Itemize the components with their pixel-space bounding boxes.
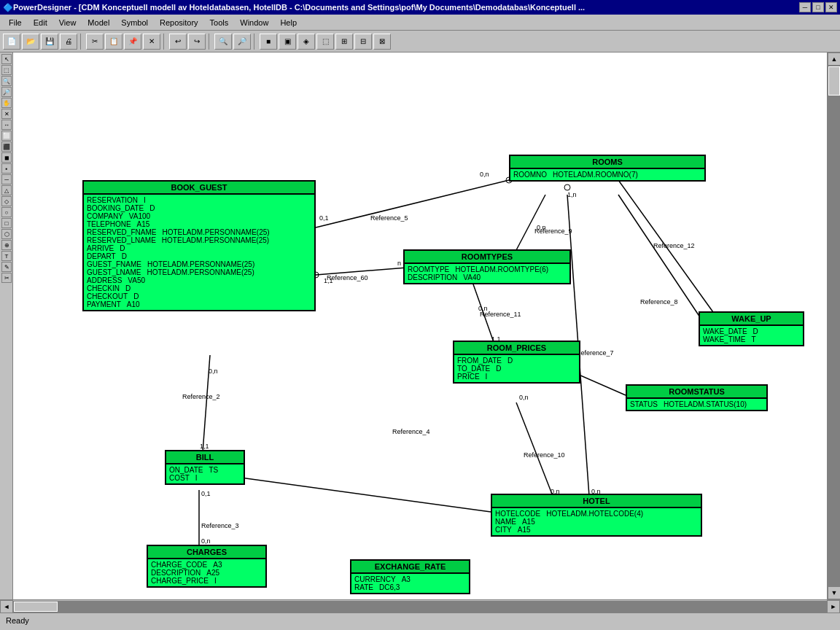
scroll-right-button[interactable]: ► [827, 600, 840, 613]
entity-exchange-rate[interactable]: EXCHANGE_RATE CURRENCYA3 RATEDC6,3 [350, 559, 470, 594]
entity-charges[interactable]: CHARGES CHARGE_CODEA3 DESCRIPTIONA25 CHA… [147, 545, 267, 588]
entity-book-guest[interactable]: BOOK_GUEST RESERVATIONI BOOKING_DATED CO… [82, 180, 316, 311]
maximize-button[interactable]: □ [812, 2, 824, 12]
btn10[interactable]: ⊟ [354, 34, 372, 50]
minimize-button[interactable]: ─ [799, 2, 811, 12]
svg-line-28 [516, 402, 553, 496]
entity-hotel-body: HOTELCODEHOTELADM.HOTELCODE(4) NAMEA15 C… [492, 508, 701, 535]
menu-window[interactable]: Window [234, 17, 274, 28]
title-bar: 🔷 PowerDesigner - [CDM Konceptuell model… [0, 0, 840, 15]
attr-city: CITYA15 [495, 526, 698, 534]
tool-4[interactable]: ✋ [1, 98, 12, 108]
entity-room-prices[interactable]: ROOM_PRICES FROM_DATED TO_DATED PRICEI [453, 341, 580, 384]
print-btn[interactable]: 🖨 [60, 34, 77, 50]
cut-btn[interactable]: ✂ [86, 34, 104, 50]
hscroll-track[interactable] [13, 601, 827, 612]
scroll-up-button[interactable]: ▲ [828, 52, 840, 66]
tool-5[interactable]: ✕ [1, 109, 12, 119]
horizontal-scrollbar[interactable]: ◄ ► [0, 599, 840, 612]
btn11[interactable]: ⊠ [373, 34, 391, 50]
scroll-track[interactable] [828, 66, 840, 586]
tool-16[interactable]: ⬡ [1, 229, 12, 239]
left-panel: ↖ ⬚ 🔍 🔎 ✋ ✕ ↔ ⬜ ⬛ ◼ ▪ ─ △ ◇ ○ □ ⬡ ⊕ T ✎ … [0, 52, 13, 599]
entity-room-prices-body: FROM_DATED TO_DATED PRICEI [454, 355, 579, 382]
menu-help[interactable]: Help [274, 17, 303, 28]
tool-17[interactable]: ⊕ [1, 240, 12, 250]
tool-3[interactable]: 🔎 [1, 87, 12, 97]
svg-point-40 [564, 184, 570, 190]
save-btn[interactable]: 💾 [41, 34, 58, 50]
tool-11[interactable]: ─ [1, 174, 12, 184]
hscroll-thumb[interactable] [14, 602, 58, 612]
zoom-in-btn[interactable]: 🔍 [214, 34, 232, 50]
entity-rooms[interactable]: ROOMS ROOMNOHOTELADM.ROOMNO(7) [509, 155, 706, 182]
scroll-down-button[interactable]: ▼ [828, 586, 840, 599]
tool-19[interactable]: ✎ [1, 262, 12, 272]
scroll-thumb[interactable] [828, 66, 840, 96]
attr-address: ADDRESSVA50 [87, 276, 311, 284]
attr-currency: CURRENCYA3 [354, 575, 466, 583]
menu-model[interactable]: Model [82, 17, 115, 28]
attr-hotelcode: HOTELCODEHOTELADM.HOTELCODE(4) [495, 510, 698, 518]
entity-roomtypes[interactable]: ROOMTYPES ROOMTYPEHOTELADM.ROOMTYPE(6) D… [403, 249, 571, 284]
delete-btn[interactable]: ✕ [143, 34, 160, 50]
tool-6[interactable]: ↔ [1, 120, 12, 130]
btn9[interactable]: ⊞ [335, 34, 353, 50]
entity-wake-up[interactable]: WAKE_UP WAKE_DATED WAKE_TIMET [699, 311, 804, 346]
copy-btn[interactable]: 📋 [105, 34, 122, 50]
entity-hotel[interactable]: HOTEL HOTELCODEHOTELADM.HOTELCODE(4) NAM… [491, 494, 702, 537]
entity-roomstatus-header: ROOMSTATUS [627, 386, 766, 399]
tool-select[interactable]: ↖ [1, 54, 12, 64]
entity-bill[interactable]: BILL ON_DATETS COSTI [165, 450, 245, 485]
menu-repository[interactable]: Repository [154, 17, 204, 28]
tool-12[interactable]: △ [1, 185, 12, 195]
tool-18[interactable]: T [1, 251, 12, 261]
paste-btn[interactable]: 📌 [124, 34, 141, 50]
tool-9[interactable]: ◼ [1, 152, 12, 163]
entity-exchange-rate-header: EXCHANGE_RATE [351, 561, 469, 574]
scroll-left-button[interactable]: ◄ [0, 600, 13, 613]
menu-file[interactable]: File [3, 17, 28, 28]
entity-bill-body: ON_DATETS COSTI [166, 464, 244, 483]
attr-to-date: TO_DATED [457, 365, 576, 373]
tool-7[interactable]: ⬜ [1, 131, 12, 141]
undo-btn[interactable]: ↩ [169, 34, 187, 50]
tool-15[interactable]: □ [1, 218, 12, 228]
btn8[interactable]: ⬚ [316, 34, 334, 50]
tool-10[interactable]: ▪ [1, 163, 12, 174]
svg-line-14 [472, 282, 494, 344]
menu-tools[interactable]: Tools [204, 17, 235, 28]
vertical-scrollbar[interactable]: ▲ ▼ [827, 52, 840, 599]
entity-wake-up-body: WAKE_DATED WAKE_TIMET [700, 326, 803, 345]
tool-8[interactable]: ⬛ [1, 141, 12, 152]
window-controls[interactable]: ─ □ ✕ [799, 2, 837, 12]
entity-roomstatus[interactable]: ROOMSTATUS STATUSHOTELADM.STATUS(10) [626, 384, 768, 411]
tool-13[interactable]: ◇ [1, 196, 12, 206]
sep3 [209, 34, 211, 50]
menu-symbol[interactable]: Symbol [115, 17, 154, 28]
entity-hotel-header: HOTEL [492, 495, 701, 508]
btn5[interactable]: ■ [260, 34, 277, 50]
zoom-out-btn[interactable]: 🔎 [233, 34, 251, 50]
redo-btn[interactable]: ↪ [188, 34, 206, 50]
close-button[interactable]: ✕ [825, 2, 837, 12]
attr-depart: DEPARTD [87, 252, 311, 260]
tool-2[interactable]: 🔍 [1, 76, 12, 86]
svg-text:1,1: 1,1 [200, 443, 209, 450]
tool-20[interactable]: ✂ [1, 273, 12, 283]
entity-book-guest-header: BOOK_GUEST [84, 182, 314, 195]
svg-text:1,n: 1,n [567, 191, 577, 198]
new-btn[interactable]: 📄 [3, 34, 20, 50]
diagram-canvas[interactable]: 0,1 0,n Reference_5 Reference_9 0,n Refe… [13, 52, 827, 599]
open-btn[interactable]: 📂 [22, 34, 39, 50]
svg-line-22 [203, 355, 210, 452]
btn7[interactable]: ◈ [298, 34, 315, 50]
btn6[interactable]: ▣ [279, 34, 296, 50]
menu-edit[interactable]: Edit [28, 17, 53, 28]
attr-on-date: ON_DATETS [169, 466, 241, 474]
tool-14[interactable]: ○ [1, 207, 12, 217]
svg-text:0,n: 0,n [478, 305, 488, 312]
menu-view[interactable]: View [53, 17, 82, 28]
main-layout: ↖ ⬚ 🔍 🔎 ✋ ✕ ↔ ⬜ ⬛ ◼ ▪ ─ △ ◇ ○ □ ⬡ ⊕ T ✎ … [0, 52, 840, 599]
tool-1[interactable]: ⬚ [1, 65, 12, 75]
